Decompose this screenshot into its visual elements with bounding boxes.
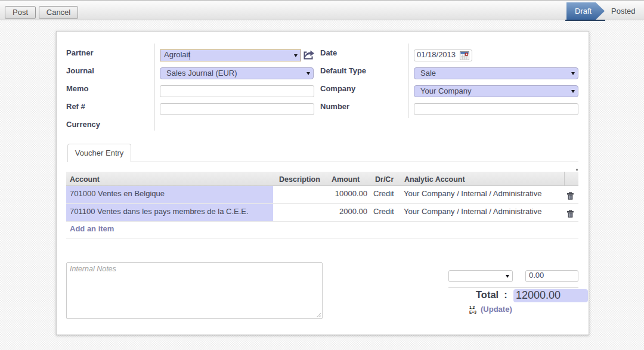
svg-text:E+3: E+3 (469, 310, 476, 314)
svg-text:1,2: 1,2 (469, 305, 475, 310)
